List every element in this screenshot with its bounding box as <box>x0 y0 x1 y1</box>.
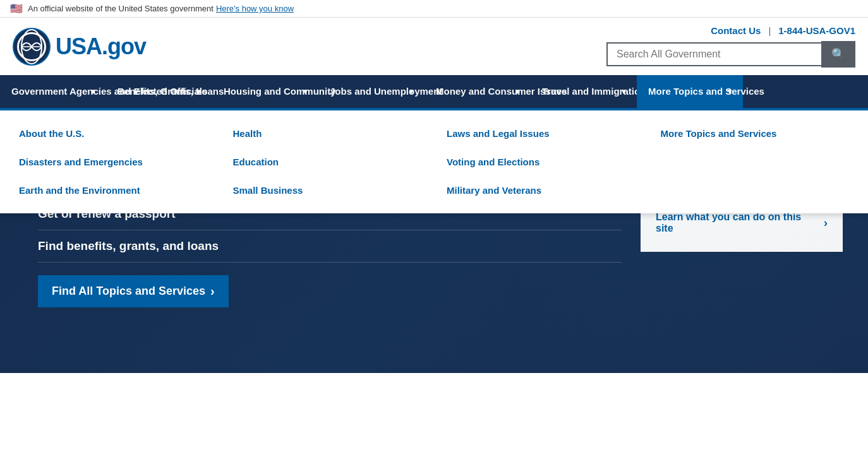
learn-more-text: Learn what you can do on this site <box>656 211 820 234</box>
chevron-down-icon: ▾ <box>91 87 95 97</box>
phone-link[interactable]: 1-844-USA-GOV1 <box>778 25 855 36</box>
official-text: An official website of the United States… <box>28 4 214 13</box>
nav-label-benefits: Benefits, Grants, Loans <box>118 85 193 98</box>
nav-label-travel: Travel and Immigration <box>542 85 618 98</box>
search-bar: 🔍 <box>606 41 855 68</box>
search-button[interactable]: 🔍 <box>821 41 855 68</box>
svg-point-1 <box>21 30 42 64</box>
nav-item-jobs[interactable]: Jobs and Unemployment ▾ <box>318 75 425 108</box>
chevron-down-icon-6: ▾ <box>622 87 625 97</box>
nav-label-housing: Housing and Community <box>224 85 299 98</box>
top-banner: 🇺🇸 An official website of the United Sta… <box>0 0 868 18</box>
dropdown-link-military[interactable]: Military and Veterans <box>447 182 636 198</box>
dropdown-link-disasters[interactable]: Disasters and Emergencies <box>19 154 208 170</box>
dropdown-link-about[interactable]: About the U.S. <box>19 126 208 141</box>
nav-item-gov-agencies[interactable]: Government Agencies and Elected Official… <box>0 75 106 108</box>
header-links: Contact Us | 1-844-USA-GOV1 <box>711 25 855 36</box>
chevron-down-icon-5: ▾ <box>515 87 519 97</box>
main-nav: Government Agencies and Elected Official… <box>0 75 868 108</box>
header-right: Contact Us | 1-844-USA-GOV1 🔍 <box>606 25 855 68</box>
dropdown-panel: About the U.S. Health Laws and Legal Iss… <box>0 108 868 213</box>
logo-text[interactable]: USA.gov <box>56 33 146 60</box>
chevron-down-icon-3: ▾ <box>303 87 307 97</box>
hero-link-benefits[interactable]: Find benefits, grants, and loans <box>38 230 622 263</box>
svg-point-0 <box>14 29 49 64</box>
flag-icon: 🇺🇸 <box>10 3 23 15</box>
arrow-right-icon: › <box>210 284 215 299</box>
nav-item-travel[interactable]: Travel and Immigration ▾ <box>531 75 637 108</box>
search-icon: 🔍 <box>831 47 845 61</box>
learn-more-link[interactable]: Learn what you can do on this site › <box>656 211 828 234</box>
chevron-right-icon: › <box>824 216 828 230</box>
dropdown-link-education[interactable]: Education <box>233 154 422 170</box>
dropdown-link-earth[interactable]: Earth and the Environment <box>19 182 208 198</box>
chevron-down-icon-7: ▾ <box>728 87 732 97</box>
dropdown-link-laws[interactable]: Laws and Legal Issues <box>447 126 636 141</box>
find-btn-label: Find All Topics and Services <box>52 285 205 298</box>
chevron-down-icon-2: ▾ <box>197 87 201 97</box>
contact-us-link[interactable]: Contact Us <box>711 25 761 36</box>
nav-item-more[interactable]: More Topics and Services ▾ <box>637 75 743 108</box>
nav-label-jobs: Jobs and Unemployment <box>330 85 406 98</box>
nav-item-money[interactable]: Money and Consumer Issues ▾ <box>425 75 531 108</box>
dropdown-link-more-topics[interactable]: More Topics and Services <box>661 126 850 141</box>
divider: | <box>768 25 771 36</box>
nav-label-gov-agencies: Government Agencies and Elected Official… <box>11 85 87 98</box>
logo-container: USA.gov <box>13 28 146 66</box>
nav-label-money: Money and Consumer Issues <box>436 85 512 98</box>
nav-label-more: More Topics and Services <box>648 85 724 98</box>
dropdown-link-health[interactable]: Health <box>233 126 422 141</box>
how-you-know-link[interactable]: Here's how you know <box>216 4 294 13</box>
find-all-topics-button[interactable]: Find All Topics and Services › <box>38 275 229 307</box>
nav-item-benefits[interactable]: Benefits, Grants, Loans ▾ <box>106 75 212 108</box>
logo-icon <box>13 28 51 66</box>
dropdown-link-voting[interactable]: Voting and Elections <box>447 154 636 170</box>
search-input[interactable] <box>606 42 821 66</box>
header: USA.gov Contact Us | 1-844-USA-GOV1 🔍 <box>0 18 868 75</box>
nav-item-housing[interactable]: Housing and Community ▾ <box>212 75 318 108</box>
chevron-down-icon-4: ▾ <box>409 87 413 97</box>
dropdown-link-small-biz[interactable]: Small Business <box>233 182 422 198</box>
